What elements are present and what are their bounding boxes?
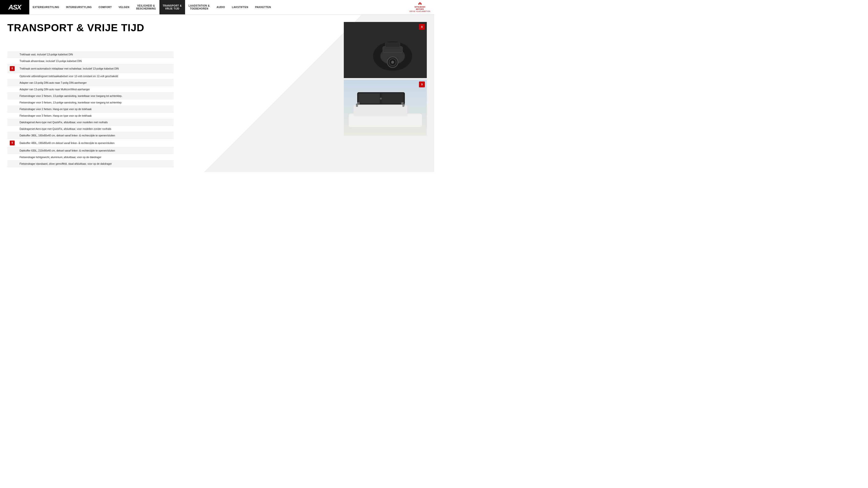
table-row: Dakdragerset Aero-type met QuickFix, afs… (7, 119, 339, 125)
svg-rect-27 (356, 104, 357, 105)
table-row: Dakdragerset Aero-type met QuickFix, afs… (7, 125, 339, 132)
row-article-number: MZ314957 (305, 93, 339, 99)
row-article-number: MZ315363K1 (305, 64, 339, 73)
table-row: Adapter van 13-polig DIN-auto naar Multi… (7, 86, 339, 93)
table-row: Trekhaak afneembaar, inclusief 13-polige… (7, 58, 339, 64)
table-row: Fietsendrager voor 2 fietsen, 13-polige … (7, 93, 339, 99)
row-article-number: MZ315375 (305, 99, 339, 106)
table-row: Dakkoffer 380L, 160x80x40 cm, deksel van… (7, 132, 339, 139)
image-badge: 9 (10, 140, 14, 145)
row-badge-cell (7, 73, 17, 79)
table-body: Trekhaak vast, inclusief 13-polige kabel… (7, 51, 339, 167)
row-description: Adapter van 13-polig DIN-auto naar Multi… (17, 86, 275, 93)
row-description: Dakkoffer 380L, 160x80x40 cm, deksel van… (17, 132, 275, 139)
row-description: Dakkoffer 480L, 190x80x40 cm deksel vana… (17, 139, 275, 147)
row-description: Fietsendrager voor 3 fietsen. Hang-on ty… (17, 112, 275, 119)
row-article-number: MZ315270 (305, 86, 339, 93)
nav-item-pakketten[interactable]: PAKKETTEN (252, 0, 274, 14)
svg-rect-15 (353, 105, 407, 116)
row-description: Trekhaak afneembaar, inclusief 13-polige… (17, 58, 275, 64)
row-badge-cell: 8 (7, 64, 17, 73)
table-row: Fietsendrager lichtgewicht, aluminium, a… (7, 154, 339, 160)
row-article-number: MZ314156 (305, 160, 339, 167)
th-description (17, 40, 275, 51)
nav-item-comfort[interactable]: COMFORT (95, 0, 115, 14)
row-price: 1.155,- (275, 58, 305, 64)
svg-marker-1 (418, 3, 420, 5)
row-price: 32,- (275, 86, 305, 93)
row-price: 19,- (275, 79, 305, 86)
nav-item-transport[interactable]: TRANSPORT &VRIJE TIJD (159, 0, 185, 14)
table-row: Fietsendrager voor 2 fietsen. Hang-on ty… (7, 106, 339, 112)
svg-rect-10 (385, 43, 400, 47)
svg-marker-0 (419, 2, 421, 4)
row-description: Dakdragerset Aero-type met QuickFix, afs… (17, 125, 275, 132)
mitsubishi-brand-text: MITSUBISHIMOTORSDrive your Ambition (409, 6, 430, 12)
row-price: 395,- (275, 93, 305, 99)
row-article-number: MZ315396 (305, 112, 339, 119)
row-badge-cell (7, 79, 17, 86)
row-description: Fietsendrager voor 2 fietsen, 13-polige … (17, 93, 275, 99)
table-row: Trekhaak vast, inclusief 13-polige kabel… (7, 51, 339, 58)
svg-marker-2 (420, 3, 422, 5)
row-badge-cell (7, 51, 17, 58)
row-badge-cell (7, 160, 17, 167)
row-price: 154,- (275, 154, 305, 160)
row-price: 570,- (275, 99, 305, 106)
row-badge-cell (7, 58, 17, 64)
nav-item-velgen[interactable]: VELGEN (115, 0, 133, 14)
row-description: Fietsendrager voor 3 fietsen, 13-polige … (17, 99, 275, 106)
logo-text: ASX (8, 3, 21, 11)
table-header: All-in prijsincl. btw*(€) Artikel-nummer (7, 40, 339, 51)
nav-items-container: EXTERIEUR­STYLINGINTERIEUR­STYLINGCOMFOR… (29, 0, 406, 14)
nav-item-veiligheid[interactable]: VEILIGHEID &BESCHERMING (133, 0, 159, 14)
products-table: All-in prijsincl. btw*(€) Artikel-nummer… (7, 39, 339, 167)
row-price: 1.544,- (275, 64, 305, 73)
row-article-number: MZ315377 (305, 139, 339, 147)
row-price: 413,- (275, 139, 305, 147)
row-badge-cell (7, 99, 17, 106)
brand-logo[interactable]: ASX (0, 0, 29, 14)
row-price: 927,- (275, 51, 305, 58)
row-article-number: MZ315378 (305, 147, 339, 154)
row-article-number: MZ315361K1 (305, 51, 339, 58)
svg-rect-9 (383, 46, 402, 53)
row-price: 472,- (275, 147, 305, 154)
th-badge (7, 40, 17, 51)
row-badge-cell: 9 (7, 139, 17, 147)
svg-rect-22 (359, 93, 380, 104)
table-row: Fietsendrager standaard, zilver gemoffel… (7, 160, 339, 167)
product-image-card: 9 (344, 79, 427, 136)
navigation: ASX EXTERIEUR­STYLINGINTERIEUR­STYLINGCO… (0, 0, 434, 14)
nav-item-exterieur[interactable]: EXTERIEUR­STYLING (29, 0, 63, 14)
image-badge: 8 (10, 66, 14, 71)
tow-hitch-illustration (344, 22, 427, 78)
row-badge-cell (7, 147, 17, 154)
row-article-number: MZ315032 (305, 154, 339, 160)
content-left: TRANSPORT & VRIJE TIJD All-in prijsincl.… (7, 22, 339, 167)
svg-rect-25 (357, 102, 360, 105)
nav-item-laadstation[interactable]: LAADSTATION &TOEBEHOREN (185, 0, 213, 14)
row-badge-cell (7, 154, 17, 160)
nav-item-lakstiften[interactable]: LAKSTIFTEN (228, 0, 252, 14)
row-article-number: MZ315268 (305, 79, 339, 86)
table-row: Dakkoffer 630L, 210x90x40 cm, deksel van… (7, 147, 339, 154)
row-description: Trekhaak semi-automatisch inklapbaar met… (17, 64, 275, 73)
product-image-card: 8 (344, 22, 427, 78)
main-content: TRANSPORT & VRIJE TIJD All-in prijsincl.… (0, 14, 434, 172)
nav-item-interieur[interactable]: INTERIEUR­STYLING (63, 0, 95, 14)
row-article-number: MZ315362K1 (305, 58, 339, 64)
page-title: TRANSPORT & VRIJE TIJD (7, 22, 339, 34)
row-article-number: MZ315374 (305, 125, 339, 132)
row-description: Dakdragerset Aero-type met QuickFix, afs… (17, 119, 275, 125)
svg-point-24 (380, 98, 382, 100)
nav-item-audio[interactable]: AUDIO (213, 0, 228, 14)
row-badge-cell (7, 112, 17, 119)
row-badge-cell (7, 86, 17, 93)
svg-rect-23 (381, 93, 403, 104)
row-price: 267,- (275, 119, 305, 125)
row-badge-cell (7, 132, 17, 139)
th-article: Artikel-nummer (305, 40, 339, 51)
row-description: Fietsendrager standaard, zilver gemoffel… (17, 160, 275, 167)
row-article-number: MZ315395 (305, 106, 339, 112)
